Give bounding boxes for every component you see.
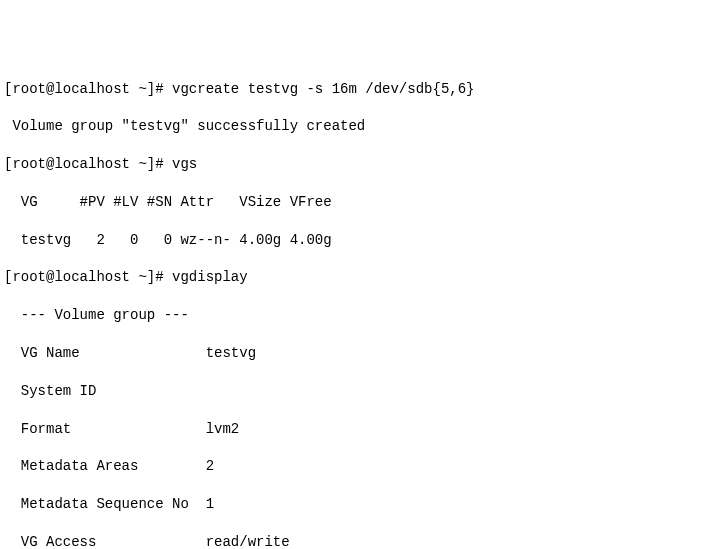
command-text: vgdisplay bbox=[172, 269, 248, 285]
vgs-header: VG #PV #LV #SN Attr VSize VFree bbox=[4, 193, 726, 212]
prompt: [root@localhost ~]# bbox=[4, 81, 172, 97]
command-text: vgcreate testvg -s 16m /dev/sdb{5,6} bbox=[172, 81, 474, 97]
command-text: vgs bbox=[172, 156, 197, 172]
vgs-row: testvg 2 0 0 wz--n- 4.00g 4.00g bbox=[4, 231, 726, 250]
prompt: [root@localhost ~]# bbox=[4, 269, 172, 285]
cmd-vgdisplay: [root@localhost ~]# vgdisplay bbox=[4, 268, 726, 287]
cmd-vgcreate: [root@localhost ~]# vgcreate testvg -s 1… bbox=[4, 80, 726, 99]
vgdisplay-vgname: VG Name testvg bbox=[4, 344, 726, 363]
cmd-vgs: [root@localhost ~]# vgs bbox=[4, 155, 726, 174]
vgdisplay-mseq: Metadata Sequence No 1 bbox=[4, 495, 726, 514]
vgdisplay-format: Format lvm2 bbox=[4, 420, 726, 439]
output-vgcreate: Volume group "testvg" successfully creat… bbox=[4, 117, 726, 136]
vgdisplay-mareas: Metadata Areas 2 bbox=[4, 457, 726, 476]
vgdisplay-vgacc: VG Access read/write bbox=[4, 533, 726, 549]
vgdisplay-head: --- Volume group --- bbox=[4, 306, 726, 325]
prompt: [root@localhost ~]# bbox=[4, 156, 172, 172]
vgdisplay-sysid: System ID bbox=[4, 382, 726, 401]
